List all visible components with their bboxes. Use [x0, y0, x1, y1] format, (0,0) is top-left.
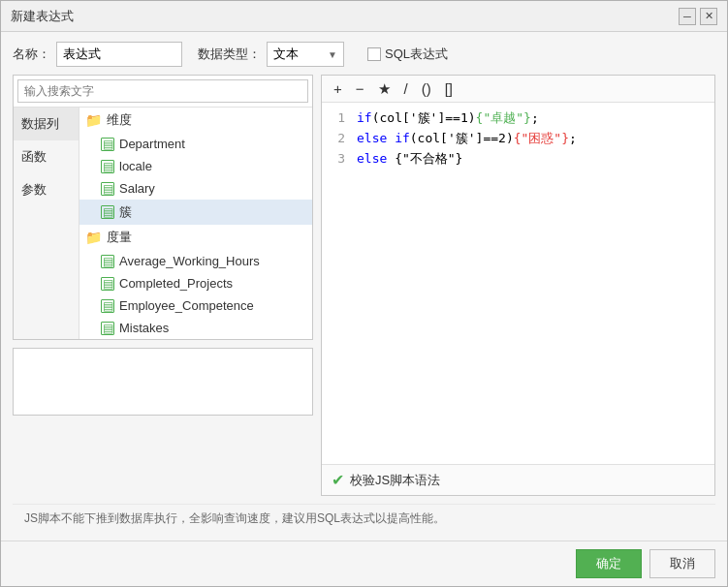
minus-button[interactable]: −	[352, 79, 368, 98]
list-item[interactable]: ▤ locale	[79, 155, 312, 177]
file-icon: ▤	[101, 205, 114, 219]
validate-bar: ✔ 校验JS脚本语法	[322, 464, 714, 495]
item-label: Employee_Competence	[119, 298, 254, 313]
left-col-wrapper: 数据列 函数 参数 📁 维度	[13, 75, 313, 496]
check-icon: ✔	[332, 471, 344, 489]
category-func[interactable]: 函数	[14, 140, 79, 173]
left-panel-content: 数据列 函数 参数 📁 维度	[14, 108, 312, 339]
folder-icon: 📁	[85, 112, 102, 128]
line-number: 2	[330, 129, 345, 149]
file-icon: ▤	[101, 277, 114, 291]
close-button[interactable]: ✕	[700, 8, 717, 25]
code-area[interactable]: 1 if(col['簇']==1){"卓越"}; 2 else if(col['…	[322, 103, 714, 464]
category-data[interactable]: 数据列	[14, 108, 79, 140]
chevron-down-icon: ▼	[328, 49, 337, 60]
line-number: 3	[330, 149, 345, 170]
list-item-selected[interactable]: ▤ 簇	[79, 200, 312, 225]
item-label: Department	[119, 137, 185, 151]
file-icon: ▤	[101, 255, 114, 268]
sql-checkbox[interactable]	[367, 47, 381, 61]
list-item[interactable]: ▤ Average_Working_Hours	[79, 250, 312, 272]
slash-button[interactable]: /	[400, 79, 412, 98]
warning-text: JS脚本不能下推到数据库执行，全影响查询速度，建议用SQL表达式以提高性能。	[24, 511, 445, 525]
title-bar-controls: ─ ✕	[679, 8, 717, 25]
dialog-body: 名称： 数据类型： 文本 ▼ SQL表达式	[1, 32, 727, 541]
category-param[interactable]: 参数	[14, 173, 79, 206]
code-text: if(col['簇']==1){"卓越"};	[357, 108, 707, 129]
dialog-title: 新建表达式	[11, 8, 74, 25]
code-segment: (col['簇']==2)	[410, 131, 514, 145]
code-segment: ;	[569, 131, 577, 145]
measures-label: 度量	[107, 229, 132, 246]
item-label: Completed_Projects	[119, 276, 233, 291]
code-text: else {"不合格"}	[357, 149, 707, 170]
dimensions-label: 维度	[107, 111, 132, 129]
search-input[interactable]	[17, 79, 308, 103]
list-item[interactable]: ▤ Salary	[79, 177, 312, 200]
search-box	[14, 76, 312, 108]
main-area: 数据列 函数 参数 📁 维度	[13, 75, 715, 496]
code-segment: ;	[531, 110, 539, 125]
code-line-3: 3 else {"不合格"}	[330, 149, 707, 170]
item-label: Average_Working_Hours	[119, 254, 260, 268]
keyword: else	[357, 131, 395, 145]
code-line-2: 2 else if(col['簇']==2){"困惑"};	[330, 129, 707, 149]
list-item[interactable]: ▤ Employee_Competence	[79, 294, 312, 317]
keyword: if	[395, 131, 410, 145]
type-group: 数据类型： 文本 ▼	[198, 42, 344, 67]
code-line-1: 1 if(col['簇']==1){"卓越"};	[330, 108, 707, 129]
type-value: 文本	[273, 46, 299, 63]
warning-bar: JS脚本不能下推到数据库执行，全影响查询速度，建议用SQL表达式以提高性能。	[13, 504, 715, 533]
file-icon: ▤	[101, 322, 114, 335]
list-item[interactable]: ▤ Mistakes	[79, 317, 312, 339]
file-icon: ▤	[101, 138, 114, 151]
file-icon: ▤	[101, 160, 114, 173]
sql-checkbox-group: SQL表达式	[367, 46, 448, 63]
line-number: 1	[330, 108, 345, 129]
sql-label: SQL表达式	[385, 46, 448, 63]
name-group: 名称：	[13, 42, 182, 67]
bracket-button[interactable]: []	[441, 79, 457, 98]
item-label: Salary	[119, 181, 155, 196]
dialog: 新建表达式 ─ ✕ 名称： 数据类型： 文本 ▼ SQL表达式	[0, 0, 728, 587]
item-label: 簇	[119, 203, 132, 221]
string-value: {"卓越"}	[476, 110, 531, 125]
name-label: 名称：	[13, 46, 50, 63]
code-segment: {"不合格"}	[395, 151, 462, 166]
star-button[interactable]: ★	[374, 79, 395, 98]
code-segment: (col['簇']==1)	[372, 110, 476, 125]
item-label: locale	[119, 159, 152, 173]
code-text: else if(col['簇']==2){"困惑"};	[357, 129, 707, 149]
keyword: else	[357, 151, 395, 166]
left-panel: 数据列 函数 参数 📁 维度	[13, 75, 313, 340]
name-input[interactable]	[56, 42, 182, 67]
tree-folder-dimensions[interactable]: 📁 维度	[79, 108, 312, 133]
folder-icon: 📁	[85, 230, 102, 245]
confirm-button[interactable]: 确定	[576, 549, 642, 578]
right-panel: + − ★ / () [] 1 if(col['簇']==1){"卓越"};	[321, 75, 715, 496]
dialog-footer: 确定 取消	[1, 541, 727, 586]
string-value: {"困惑"}	[514, 131, 569, 145]
file-icon: ▤	[101, 182, 114, 196]
bottom-left-area	[13, 348, 313, 416]
code-toolbar: + − ★ / () []	[322, 76, 714, 103]
title-bar: 新建表达式 ─ ✕	[1, 1, 727, 32]
type-label: 数据类型：	[198, 46, 261, 63]
list-item[interactable]: ▤ Completed_Projects	[79, 272, 312, 294]
cancel-button[interactable]: 取消	[649, 549, 715, 578]
type-select[interactable]: 文本 ▼	[267, 42, 344, 67]
paren-button[interactable]: ()	[418, 79, 435, 98]
file-icon: ▤	[101, 299, 114, 313]
keyword: if	[357, 110, 372, 125]
list-item[interactable]: ▤ Department	[79, 133, 312, 155]
category-list: 数据列 函数 参数	[14, 108, 79, 339]
validate-button[interactable]: 校验JS脚本语法	[350, 472, 440, 489]
plus-button[interactable]: +	[330, 79, 346, 98]
item-label: Mistakes	[119, 321, 169, 335]
minimize-button[interactable]: ─	[679, 8, 696, 25]
tree-panel: 📁 维度 ▤ Department ▤ locale	[79, 108, 312, 339]
tree-folder-measures[interactable]: 📁 度量	[79, 225, 312, 250]
top-row: 名称： 数据类型： 文本 ▼ SQL表达式	[13, 42, 715, 67]
